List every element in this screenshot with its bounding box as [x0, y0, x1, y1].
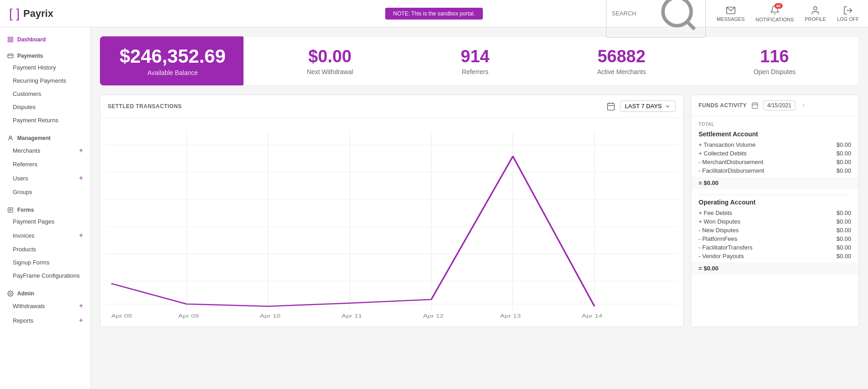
logo: [ ] Payrix [9, 6, 53, 21]
sidebar-item-payment-history[interactable]: Payment History [0, 61, 90, 74]
sidebar-item-payment-pages[interactable]: Payment Pages [0, 215, 90, 228]
svg-point-11 [10, 136, 12, 138]
sidebar-item-invoices[interactable]: Invoices + [0, 228, 90, 243]
logoff-label: LOG OFF [837, 16, 859, 22]
topbar: [ ] Payrix NOTE: This is the sandbox por… [0, 0, 868, 27]
funds-line-collected-debits: + Collected Debits $0.00 [699, 149, 851, 158]
active-merchants-value: 56882 [597, 47, 646, 66]
svg-rect-8 [8, 40, 10, 42]
active-merchants-label: Active Merchants [597, 68, 646, 75]
sidebar-item-groups[interactable]: Groups [0, 185, 90, 199]
forms-icon [7, 207, 14, 213]
funds-date: 4/15/2021 [763, 100, 795, 110]
chart-header: SETTLED TRANSACTIONS LAST 7 DAYS [100, 95, 683, 118]
search-box[interactable] [606, 0, 706, 38]
merchants-plus-icon[interactable]: + [79, 146, 83, 155]
funds-operating-account: Operating Account + Fee Debits $0.00 + W… [699, 199, 851, 274]
notifications-label: NOTIFICATIONS [756, 17, 794, 22]
date-range-selector[interactable]: LAST 7 DAYS [620, 100, 676, 112]
open-disputes-card: 116 Open Disputes [754, 47, 796, 75]
open-disputes-label: Open Disputes [754, 68, 796, 75]
notifications-nav[interactable]: 40 NOTIFICATIONS [756, 5, 794, 22]
funds-line-transaction-volume: + Transaction Volume $0.00 [699, 140, 851, 149]
next-withdrawal-card: $0.00 Next Withdrawal [307, 47, 353, 75]
svg-text:Apr 10: Apr 10 [260, 313, 280, 319]
svg-text:Apr 13: Apr 13 [500, 313, 521, 319]
content-grid: SETTLED TRANSACTIONS LAST 7 DAYS [100, 95, 859, 327]
messages-nav[interactable]: MESSAGES [717, 5, 745, 22]
stats-cards-right: $0.00 Next Withdrawal 914 Referrers 5688… [243, 36, 859, 85]
funds-line-won-disputes: + Won Disputes $0.00 [699, 217, 851, 226]
settlement-account-title: Settlement Account [699, 130, 851, 138]
messages-label: MESSAGES [717, 16, 745, 22]
calendar-icon[interactable] [606, 102, 615, 111]
envelope-icon [726, 5, 736, 15]
logoff-nav[interactable]: LOG OFF [837, 5, 859, 22]
svg-text:Apr 09: Apr 09 [178, 313, 198, 319]
funds-line-fee-debits: + Fee Debits $0.00 [699, 209, 851, 217]
available-balance-label: Available Balance [147, 69, 198, 76]
svg-rect-6 [11, 37, 13, 39]
users-plus-icon[interactable]: + [79, 174, 83, 182]
sidebar-item-signup-forms[interactable]: Signup Forms [0, 256, 90, 269]
next-withdrawal-value: $0.00 [307, 47, 353, 66]
sidebar-item-payframe-configs[interactable]: PayFrame Configurations [0, 269, 90, 282]
user-icon [810, 5, 820, 15]
svg-text:Apr 14: Apr 14 [582, 313, 603, 319]
chart-svg: Apr 08 Apr 09 Apr 10 Apr 11 Apr 12 Apr 1… [105, 122, 679, 322]
main-content: $246,352.69 Available Balance $0.00 Next… [91, 27, 868, 389]
sidebar-item-disputes[interactable]: Disputes [0, 100, 90, 114]
sidebar-item-merchants[interactable]: Merchants + [0, 143, 90, 158]
sidebar-section-management[interactable]: Management [0, 130, 90, 143]
sidebar-item-dashboard[interactable]: Dashboard [0, 32, 90, 45]
logo-bracket-left: [ ] [9, 6, 20, 21]
reports-plus-icon[interactable]: + [79, 316, 83, 324]
notification-badge: 40 [774, 3, 783, 9]
management-icon [7, 135, 14, 141]
sidebar: Dashboard Payments Payment History Recur… [0, 27, 91, 389]
operating-total-line: = $0.00 [691, 262, 858, 274]
date-range-label: LAST 7 DAYS [625, 103, 662, 110]
topbar-right: MESSAGES 40 NOTIFICATIONS PROFILE LOG OF… [606, 0, 859, 38]
profile-nav[interactable]: PROFILE [805, 5, 826, 22]
funds-calendar-icon[interactable] [751, 102, 759, 109]
referrers-value: 914 [461, 47, 489, 66]
sandbox-banner: NOTE: This is the sandbox portal. [385, 8, 483, 20]
funds-total-label: TOTAL [699, 122, 851, 127]
referrers-card: 914 Referrers [461, 47, 489, 75]
sidebar-item-referrers[interactable]: Referrers [0, 158, 90, 171]
sidebar-item-reports[interactable]: Reports + [0, 313, 90, 328]
chevron-down-icon [665, 103, 671, 110]
funds-line-vendor-payouts: - Vendor Payouts $0.00 [699, 252, 851, 260]
funds-panel: FUNDS ACTIVITY 4/15/2021 TOTAL Settlemen… [691, 95, 859, 327]
svg-text:Apr 08: Apr 08 [111, 313, 132, 319]
sidebar-item-withdrawals[interactable]: Withdrawals + [0, 299, 90, 313]
forms-label: Forms [17, 207, 34, 213]
funds-line-new-disputes: - New Disputes $0.00 [699, 226, 851, 234]
funds-line-platform-fees: - PlatformFees $0.00 [699, 234, 851, 243]
admin-label: Admin [17, 290, 34, 297]
invoices-plus-icon[interactable]: + [79, 231, 83, 239]
sidebar-item-recurring-payments[interactable]: Recurring Payments [0, 74, 90, 87]
svg-text:Apr 12: Apr 12 [423, 313, 443, 319]
dashboard-label: Dashboard [17, 36, 46, 43]
svg-rect-17 [607, 103, 614, 110]
app-body: Dashboard Payments Payment History Recur… [0, 27, 868, 389]
sidebar-section-forms[interactable]: Forms [0, 202, 90, 215]
sidebar-item-products[interactable]: Products [0, 243, 90, 256]
sidebar-section-payments[interactable]: Payments [0, 48, 90, 61]
search-input[interactable] [612, 10, 654, 17]
payments-icon [7, 53, 14, 59]
operating-account-title: Operating Account [699, 199, 851, 206]
sidebar-item-customers[interactable]: Customers [0, 87, 90, 100]
dashboard-icon [7, 36, 14, 43]
sidebar-item-payment-returns[interactable]: Payment Returns [0, 114, 90, 127]
svg-rect-7 [11, 40, 13, 42]
funds-line-merchant-disbursement: - MerchantDisbursement $0.00 [699, 158, 851, 166]
withdrawals-plus-icon[interactable]: + [79, 302, 83, 310]
admin-icon [7, 290, 14, 297]
signout-icon [843, 5, 853, 15]
sidebar-section-admin[interactable]: Admin [0, 286, 90, 299]
sidebar-item-users[interactable]: Users + [0, 171, 90, 185]
funds-title: FUNDS ACTIVITY [699, 102, 747, 109]
